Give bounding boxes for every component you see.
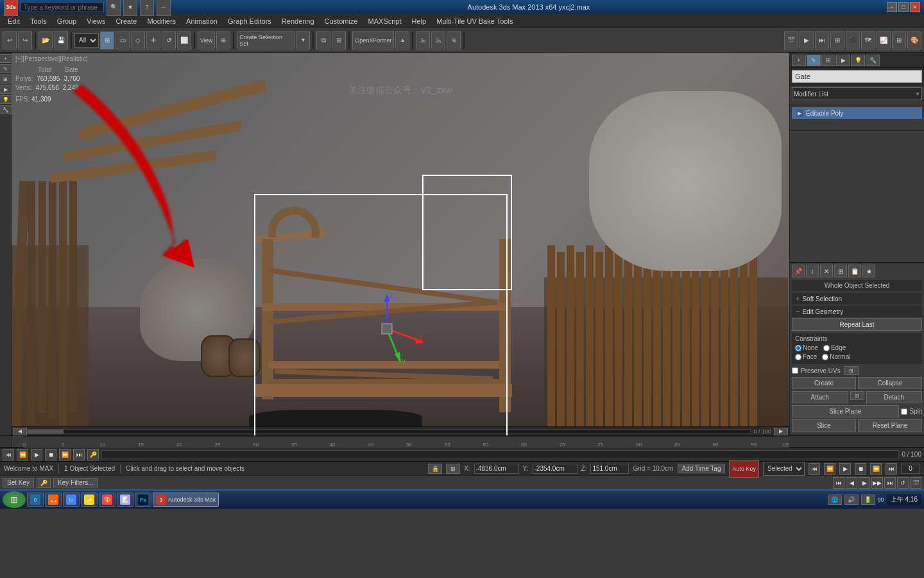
schematic[interactable]: ⊞ (892, 31, 906, 49)
menu-tools[interactable]: Tools (25, 16, 52, 26)
motion-panel[interactable]: ▶ (0, 85, 13, 94)
battery-icon[interactable]: 🔋 (861, 495, 875, 505)
add-time-tag-btn[interactable]: Add Time Tag (678, 464, 726, 473)
snap-toggle[interactable]: ⊕ (216, 31, 230, 49)
detach-btn[interactable]: Detach (866, 391, 923, 403)
attach-btn[interactable]: Attach (792, 391, 848, 403)
slice-plane-btn[interactable]: Slice Plane (792, 405, 899, 417)
go-end-btn[interactable]: ⏭ (73, 449, 85, 460)
render-viewport[interactable]: ⊞ (830, 31, 844, 49)
play-btn[interactable]: ▶ (31, 449, 42, 460)
menu-edit[interactable]: Edit (3, 16, 25, 26)
object-name-field[interactable] (792, 70, 922, 83)
key-mode-toggle[interactable]: 🔑 (87, 449, 99, 460)
create-btn[interactable]: Create (792, 377, 856, 389)
taskbar-ie[interactable]: e (27, 493, 44, 507)
bottom-transport1[interactable]: ⏮ (833, 477, 844, 489)
create-panel[interactable]: + (0, 54, 13, 63)
attach-settings[interactable]: ⊞ (850, 391, 864, 400)
next-frame-btn[interactable]: ⏩ (59, 449, 71, 460)
prev-key-btn[interactable]: ⏮ (809, 463, 820, 475)
taskbar-firefox[interactable]: 🦊 (45, 493, 62, 507)
modifier-editable-poly[interactable]: ▶ Editable Poly (792, 107, 922, 119)
curve-editor[interactable]: 📈 (877, 31, 891, 49)
constraint-face[interactable]: Face (795, 353, 817, 360)
slice-btn[interactable]: Slice (792, 419, 856, 432)
create-tab[interactable]: + (792, 55, 806, 66)
key-filters-btn[interactable]: Key Filters... (53, 478, 98, 487)
viewport-scrollbar[interactable]: ◀ 0 / 100 ▶ (12, 426, 789, 435)
constraint-edge[interactable]: Edge (823, 344, 846, 351)
menu-rendering[interactable]: Rendering (277, 16, 320, 26)
minimize-help-icon[interactable]: − (157, 0, 171, 16)
viewport-btn[interactable]: View (198, 31, 215, 49)
taskbar-3dsmax[interactable]: 3 Autodesk 3ds Max (153, 493, 219, 507)
delete-modifier-icon[interactable]: ✕ (820, 265, 833, 277)
openxformer[interactable]: OpenXFormer (352, 31, 394, 49)
make-unique-icon[interactable]: ★ (862, 265, 875, 277)
bottom-transport7[interactable]: 🎬 (910, 477, 921, 489)
x-coord-input[interactable] (474, 464, 519, 474)
lock-icon[interactable]: 🔒 (428, 464, 442, 474)
render-btn3[interactable]: % (447, 31, 461, 49)
hierarchy-tab[interactable]: ⊞ (821, 55, 835, 66)
prev-frame-btn2[interactable]: ⏪ (824, 463, 835, 475)
hierarchy-panel[interactable]: ⊞ (0, 74, 13, 83)
start-button[interactable]: ⊞ (3, 491, 26, 508)
set-key-btn[interactable]: Set Key (3, 478, 34, 487)
menu-modifiers[interactable]: Modifiers (142, 16, 181, 26)
render-btn2[interactable]: 3₁ (431, 31, 445, 49)
play-btn2[interactable]: ▶ (839, 463, 851, 475)
pin-icon[interactable]: 📌 (792, 265, 805, 277)
dropdown-arrow[interactable]: ▼ (296, 31, 310, 49)
scroll-left[interactable]: ◀ (13, 428, 27, 435)
stop-btn[interactable]: ⏹ (45, 449, 56, 460)
viewport[interactable]: [+][Perspective][Realistic] Total Gate P… (12, 53, 789, 435)
key-icon[interactable]: 🔑 (37, 478, 51, 488)
preserve-uvs-checkbox[interactable] (792, 367, 798, 374)
split-checkbox[interactable] (901, 408, 907, 415)
display-tab[interactable]: 💡 (851, 55, 865, 66)
modify-tab[interactable]: ✎ (807, 55, 821, 66)
timeline-track[interactable] (101, 450, 899, 459)
menu-views[interactable]: Views (81, 16, 110, 26)
render-setup[interactable]: 🎬 (784, 31, 798, 49)
utilities-panel[interactable]: 🔧 (0, 105, 13, 114)
auto-key-btn[interactable]: Auto Key (729, 460, 759, 478)
sound-icon[interactable]: 🔊 (844, 495, 859, 505)
scale-tool[interactable]: ⬜ (177, 31, 191, 49)
filter-icon[interactable]: ⊞ (446, 464, 460, 474)
frame-input[interactable] (901, 464, 920, 474)
bookmark-icon[interactable]: ★ (123, 0, 137, 16)
select-region[interactable]: ▭ (116, 31, 130, 49)
go-start-btn[interactable]: ⏮ (3, 449, 14, 460)
move-tool[interactable]: ✛ (146, 31, 160, 49)
openxformer-arrow[interactable]: ▲ (395, 31, 409, 49)
motion-tab[interactable]: ▶ (836, 55, 850, 66)
minimize-button[interactable]: − (887, 2, 897, 12)
help-icon[interactable]: ? (140, 0, 154, 16)
tool-redo[interactable]: ↪ (18, 31, 32, 49)
face-radio[interactable] (795, 354, 801, 360)
search-input[interactable] (21, 2, 104, 12)
selected-dropdown[interactable]: Selected (763, 462, 805, 476)
render-frame[interactable]: ▶ (800, 31, 814, 49)
stop-btn2[interactable]: ⏹ (855, 463, 866, 475)
repeat-last-btn[interactable]: Repeat Last (792, 318, 922, 331)
modifier-list-dropdown[interactable]: Modifier List ▼ (792, 87, 922, 100)
named-sets[interactable]: ⊞ (332, 31, 346, 49)
display-panel[interactable]: 💡 (0, 95, 13, 104)
bottom-transport4[interactable]: ▶▶ (871, 477, 883, 489)
render-last[interactable]: ⏭ (815, 31, 829, 49)
taskbar-paint[interactable]: 🎨 (99, 493, 116, 507)
normal-radio[interactable] (822, 354, 828, 360)
copy-modifier-icon[interactable]: ⊞ (834, 265, 847, 277)
taskbar-explorer[interactable]: 📁 (81, 493, 98, 507)
close-button[interactable]: ✕ (910, 2, 920, 12)
tool-undo[interactable]: ↩ (3, 31, 17, 49)
next-key-btn[interactable]: ⏭ (886, 463, 897, 475)
menu-help[interactable]: Help (407, 16, 432, 26)
render-btn1[interactable]: 3₀ (416, 31, 430, 49)
material-editor[interactable]: ⬛ (846, 31, 860, 49)
taskbar-chrome[interactable]: ⊙ (63, 493, 80, 507)
